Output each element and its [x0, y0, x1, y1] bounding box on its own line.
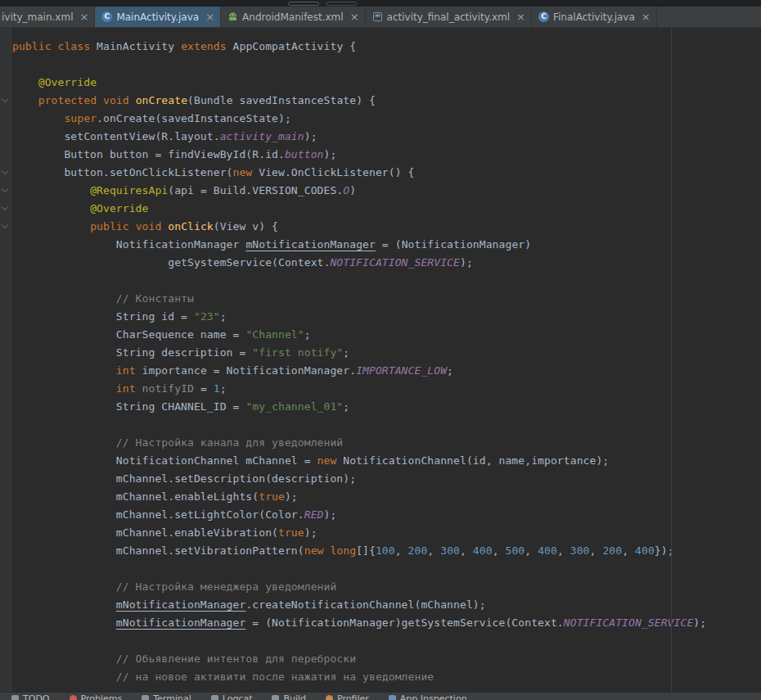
code-line[interactable]: int notifyID = 1;	[12, 380, 761, 398]
code-line[interactable]: // Обьявление интентов для переброски	[12, 650, 761, 668]
code-line[interactable]: getSystemService(Context.NOTIFICATION_SE…	[12, 254, 761, 272]
code-token: 300	[440, 544, 460, 557]
tab-MainActivity.java[interactable]: CMainActivity.java×	[95, 7, 221, 27]
code-token: @RequiresApi	[90, 184, 168, 196]
code-token: // на новое активити после нажатия на ув…	[116, 671, 434, 683]
tool-window-label: Problems	[81, 694, 123, 700]
tab-close-icon[interactable]: ×	[642, 11, 651, 22]
code-line[interactable]: @Override	[12, 200, 761, 218]
code-token: );	[323, 508, 336, 521]
code-line[interactable]: mNotificationManager = (NotificationMana…	[12, 614, 761, 632]
code-line[interactable]: // Настройка менеджера уведомлений	[12, 578, 761, 596]
code-token: NOTIFICATION_SERVICE	[330, 256, 460, 269]
code-line[interactable]: public class MainActivity extends AppCom…	[12, 38, 761, 56]
tool-window-label: Terminal	[153, 694, 191, 700]
toolbar-button[interactable]	[288, 2, 319, 6]
code-token	[12, 220, 90, 233]
code-line[interactable]: String CHANNEL_ID = "my_channel_01";	[12, 398, 761, 416]
code-line[interactable]: String id = "23";	[12, 308, 761, 326]
code-line[interactable]: button.setOnClickListener(new View.OnCli…	[12, 164, 761, 182]
code-line[interactable]: mChannel.setLightColor(Color.RED);	[12, 506, 761, 524]
code-token: ,	[557, 544, 570, 557]
code-token: ;	[220, 382, 227, 395]
tab-AndroidManifest.xml[interactable]: AndroidManifest.xml×	[221, 7, 365, 27]
tool-window-button-todo[interactable]: TODO	[11, 694, 50, 700]
logcat-icon	[211, 695, 218, 700]
code-line[interactable]: mNotificationManager.createNotificationC…	[12, 596, 761, 614]
tool-window-button-build[interactable]: Build	[272, 694, 306, 700]
tab-label: ivity_main.xml	[2, 11, 74, 23]
tool-window-button-logcat[interactable]: Logcat	[211, 694, 253, 700]
tab-close-icon[interactable]: ×	[350, 11, 359, 22]
code-token: 400	[635, 544, 655, 557]
fold-marker-icon[interactable]	[2, 222, 8, 228]
java-class-icon: C	[538, 11, 549, 22]
code-line[interactable]: int importance = NotificationManager.IMP…	[12, 362, 761, 380]
tab-label: FinalActivity.java	[553, 11, 635, 23]
tab-activity_final_activity.xml[interactable]: activity_final_activity.xml×	[366, 7, 532, 27]
tab-close-icon[interactable]: ×	[516, 11, 525, 22]
fold-marker-icon[interactable]	[2, 186, 8, 192]
code-token: IMPORTANCE_LOW	[356, 364, 447, 377]
code-line[interactable]: NotificationManager mNotificationManager…	[12, 236, 761, 254]
code-line[interactable]	[12, 560, 761, 578]
code-line[interactable]: // Константы	[12, 290, 761, 308]
code-token: =	[194, 382, 214, 395]
code-line[interactable]: // Настройка канала для уведомлений	[12, 434, 761, 452]
tool-window-label: Build	[283, 694, 306, 700]
code-token: setContentView(R.layout.	[12, 130, 220, 142]
code-line[interactable]: NotificationChannel mChannel = new Notif…	[12, 452, 761, 470]
code-line[interactable]: mChannel.setVibrationPattern(new long[]{…	[12, 542, 761, 560]
code-token: true	[278, 526, 304, 539]
code-token: @Override	[90, 202, 148, 215]
code-line[interactable]	[12, 56, 761, 74]
code-line[interactable]	[12, 632, 761, 650]
tab-ivity_main.xml[interactable]: ivity_main.xml×	[0, 7, 95, 27]
code-token: void	[136, 220, 162, 233]
toolbar-button[interactable]	[326, 2, 357, 6]
code-line[interactable]	[12, 416, 761, 434]
editor-gutter	[0, 28, 11, 692]
code-token	[12, 94, 38, 106]
code-token	[12, 292, 116, 305]
tab-close-icon[interactable]: ×	[205, 11, 214, 22]
tab-close-icon[interactable]: ×	[80, 11, 89, 22]
code-line[interactable]: @RequiresApi(api = Build.VERSION_CODES.O…	[12, 182, 761, 200]
tab-FinalActivity.java[interactable]: CFinalActivity.java×	[532, 7, 657, 27]
tool-window-button-app-inspection[interactable]: App Inspection	[389, 694, 467, 700]
code-line[interactable]: setContentView(R.layout.activity_main);	[12, 128, 761, 146]
code-token: mNotificationManager	[116, 616, 246, 629]
tool-window-button-problems[interactable]: Problems	[70, 694, 123, 700]
code-area[interactable]: public class MainActivity extends AppCom…	[12, 38, 761, 686]
code-line[interactable]: @Override	[12, 74, 761, 92]
build-icon	[272, 695, 279, 700]
code-line[interactable]: CharSequence name = "Channel";	[12, 326, 761, 344]
code-token: = (NotificationManager)	[376, 238, 531, 251]
code-token: NotificationManager	[12, 238, 245, 251]
code-token: 200	[408, 544, 428, 557]
code-token: mChannel.setLightColor(Color.	[12, 508, 304, 521]
editor-tab-bar: ivity_main.xml×CMainActivity.java×Androi…	[0, 7, 761, 28]
code-token: 1	[214, 382, 220, 395]
code-token: String description =	[12, 346, 252, 359]
code-line[interactable]	[12, 272, 761, 290]
code-line[interactable]: mChannel.enableLights(true);	[12, 488, 761, 506]
fold-marker-icon[interactable]	[2, 96, 8, 102]
fold-marker-icon[interactable]	[2, 204, 8, 210]
code-line[interactable]: mChannel.enableVibration(true);	[12, 524, 761, 542]
code-line[interactable]: super.onCreate(savedInstanceState);	[12, 110, 761, 128]
code-line[interactable]: mChannel.setDescription(description);	[12, 470, 761, 488]
code-line[interactable]: // на новое активити после нажатия на ув…	[12, 668, 761, 686]
code-token	[12, 598, 116, 611]
fold-marker-icon[interactable]	[2, 168, 8, 174]
code-line[interactable]: protected void onCreate(Bundle savedInst…	[12, 92, 761, 110]
code-editor[interactable]: public class MainActivity extends AppCom…	[0, 28, 761, 692]
code-token: void	[103, 94, 129, 106]
code-token: button	[285, 148, 324, 160]
code-line[interactable]: String description = "first notify";	[12, 344, 761, 362]
code-line[interactable]: Button button = findViewById(R.id.button…	[12, 146, 761, 164]
app-inspection-icon	[389, 695, 396, 700]
tool-window-button-profiler[interactable]: Profiler	[326, 694, 369, 700]
tool-window-button-terminal[interactable]: Terminal	[142, 694, 191, 700]
code-line[interactable]: public void onClick(View v) {	[12, 218, 761, 236]
